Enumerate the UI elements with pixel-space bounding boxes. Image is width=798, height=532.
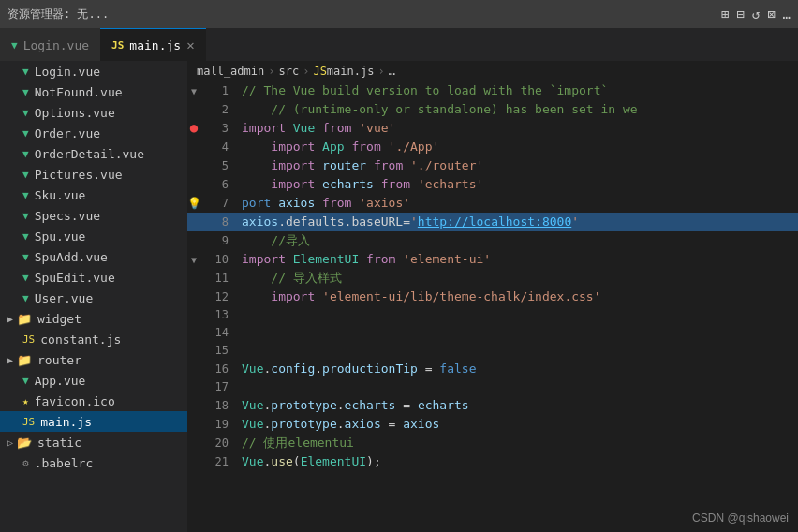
sidebar-item-babelrc[interactable]: ⚙ .babelrc xyxy=(0,452,187,473)
sidebar-label: Pictures.vue xyxy=(35,168,123,182)
sidebar-item-user-vue[interactable]: ▼ User.vue xyxy=(0,288,187,308)
line-number: 18 xyxy=(200,397,238,415)
sidebar-item-router[interactable]: ▶ 📁 router xyxy=(0,349,187,370)
sidebar-label: Options.vue xyxy=(35,106,115,120)
line-number: 21 xyxy=(200,453,238,471)
line-number: 2 xyxy=(200,101,238,119)
tab-main-js[interactable]: JS main.js ✕ xyxy=(100,28,205,61)
sidebar-label: Login.vue xyxy=(35,65,100,79)
sidebar-item-constant-js[interactable]: JS constant.js xyxy=(0,329,187,349)
sidebar-label: static xyxy=(37,436,81,450)
sidebar-label: Order.vue xyxy=(35,126,100,140)
line-number: 16 xyxy=(200,361,238,378)
sidebar-item-specs-vue[interactable]: ▼ Specs.vue xyxy=(0,205,187,226)
sidebar-item-app-vue[interactable]: ▼ App.vue xyxy=(0,370,187,391)
sidebar-label: OrderDetail.vue xyxy=(35,147,144,161)
sidebar-item-widget[interactable]: ▶ 📁 widget xyxy=(0,308,187,329)
line-number: 20 xyxy=(200,435,238,452)
breadcrumb-sep: › xyxy=(303,65,309,78)
breadcrumb-sep: › xyxy=(268,65,274,78)
code-line-8: 8 axios.defaults.baseURL='http://localho… xyxy=(187,213,798,231)
watermark: CSDN @qishaowei xyxy=(692,511,789,525)
line-number: 14 xyxy=(200,324,238,342)
line-content: port axios from 'axios' xyxy=(238,194,798,212)
vue-icon: ▼ xyxy=(22,230,29,243)
vue-tab-icon: ▼ xyxy=(11,39,18,52)
bulb-indicator: 💡 xyxy=(187,195,200,213)
sidebar-item-notfound-vue[interactable]: ▼ NotFound.vue xyxy=(0,81,187,102)
chevron-down-icon: ▷ xyxy=(7,437,13,448)
code-line-18: 18 Vue.prototype.echarts = echarts xyxy=(187,396,798,415)
line-number: 17 xyxy=(200,378,238,396)
sidebar-item-options-vue[interactable]: ▼ Options.vue xyxy=(0,102,187,123)
sidebar-label: widget xyxy=(37,312,81,326)
folder-open-icon: 📂 xyxy=(17,436,32,450)
breadcrumb: mall_admin › src › JS main.js › … xyxy=(187,61,798,81)
line-number: 19 xyxy=(200,416,238,434)
sidebar-item-spu-vue[interactable]: ▼ Spu.vue xyxy=(0,226,187,246)
line-number: 1 xyxy=(200,82,238,100)
tab-label-login: Login.vue xyxy=(23,38,89,52)
main-content: ▼ Login.vue ▼ NotFound.vue ▼ Options.vue… xyxy=(0,61,798,532)
line-content: Vue.use(ElementUI); xyxy=(238,452,798,470)
chevron-right-icon: ▶ xyxy=(7,355,13,365)
new-file-icon[interactable]: ⊞ xyxy=(721,7,729,22)
line-number: 7 xyxy=(200,195,238,213)
line-number: 8 xyxy=(200,214,238,231)
code-line-4: 4 import App from './App' xyxy=(187,138,798,156)
js-tab-icon: JS xyxy=(111,39,124,52)
sidebar-item-orderdetail-vue[interactable]: ▼ OrderDetail.vue xyxy=(0,143,187,164)
sidebar-label: Sku.vue xyxy=(35,188,86,202)
line-content: // (runtime-only or standalone) has been… xyxy=(238,100,798,118)
code-line-19: 19 Vue.prototype.axios = axios xyxy=(187,415,798,434)
editor-area: mall_admin › src › JS main.js › … ▼ 1 //… xyxy=(187,61,798,532)
refresh-icon[interactable]: ↺ xyxy=(752,7,760,22)
sidebar-item-static[interactable]: ▷ 📂 static xyxy=(0,432,187,452)
more-icon[interactable]: ⊠ xyxy=(767,7,775,22)
sidebar-item-spuedit-vue[interactable]: ▼ SpuEdit.vue xyxy=(0,267,187,288)
code-line-1: ▼ 1 // The Vue build version to load wit… xyxy=(187,81,798,100)
line-number: 13 xyxy=(200,306,238,324)
sidebar-item-sku-vue[interactable]: ▼ Sku.vue xyxy=(0,185,187,205)
code-line-15: 15 xyxy=(187,342,798,360)
tab-label-main: main.js xyxy=(129,38,181,52)
line-number: 6 xyxy=(200,176,238,194)
sidebar-item-order-vue[interactable]: ▼ Order.vue xyxy=(0,123,187,143)
tab-login-vue[interactable]: ▼ Login.vue xyxy=(0,28,100,61)
line-number: 3 xyxy=(200,120,238,138)
line-content: Vue.prototype.echarts = echarts xyxy=(238,396,798,414)
ellipsis-icon[interactable]: … xyxy=(783,7,791,22)
folder-icon: 📁 xyxy=(17,353,32,367)
vue-icon: ▼ xyxy=(22,66,29,78)
vue-icon: ▼ xyxy=(22,375,29,387)
sidebar-item-login-vue[interactable]: ▼ Login.vue xyxy=(0,61,187,81)
line-number: 10 xyxy=(200,251,238,269)
vue-icon: ▼ xyxy=(22,169,29,181)
fold-indicator: ▼ xyxy=(187,82,200,100)
js-icon: JS xyxy=(22,333,35,346)
sidebar-label: Specs.vue xyxy=(35,209,100,223)
sidebar-label: constant.js xyxy=(40,332,121,347)
title-bar-title: 资源管理器: 无... xyxy=(7,7,721,22)
vue-icon: ▼ xyxy=(22,210,29,222)
split-editor-icon[interactable]: ⊟ xyxy=(736,7,744,22)
sidebar-item-main-js[interactable]: JS main.js xyxy=(0,411,187,432)
line-content: import ElementUI from 'element-ui' xyxy=(238,250,798,268)
sidebar-item-favicon[interactable]: ★ favicon.ico xyxy=(0,391,187,411)
breadcrumb-sep: › xyxy=(377,65,384,78)
vue-icon: ▼ xyxy=(22,127,29,140)
sidebar-label: SpuEdit.vue xyxy=(35,271,115,285)
tab-close-icon[interactable]: ✕ xyxy=(186,37,194,52)
code-editor[interactable]: ▼ 1 // The Vue build version to load wit… xyxy=(187,81,798,532)
breadcrumb-part: … xyxy=(389,65,395,78)
line-number: 12 xyxy=(200,288,238,306)
title-bar: 资源管理器: 无... ⊞ ⊟ ↺ ⊠ … xyxy=(0,0,798,28)
code-line-17: 17 xyxy=(187,378,798,396)
code-line-21: 21 Vue.use(ElementUI); xyxy=(187,452,798,471)
sidebar-label: NotFound.vue xyxy=(35,85,123,99)
sidebar-label: App.vue xyxy=(35,374,86,388)
line-content: import Vue from 'vue' xyxy=(238,119,798,137)
code-line-12: 12 import 'element-ui/lib/theme-chalk/in… xyxy=(187,288,798,306)
sidebar-item-spuadd-vue[interactable]: ▼ SpuAdd.vue xyxy=(0,246,187,267)
sidebar-item-pictures-vue[interactable]: ▼ Pictures.vue xyxy=(0,164,187,185)
